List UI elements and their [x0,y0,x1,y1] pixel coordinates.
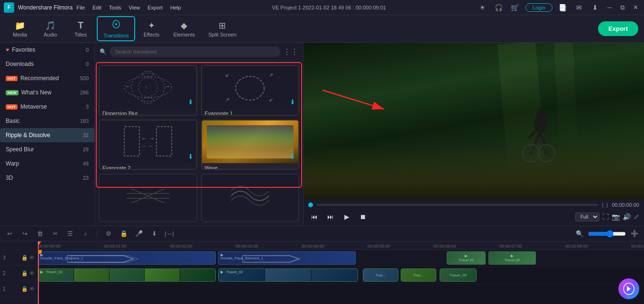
close-button[interactable]: ✕ [631,4,640,11]
titlebar: F Wondershare Filmora File Edit Tools Vi… [0,0,644,15]
transition-evaporate-1[interactable]: ↙ ↗ ↗ ↙ ⬇ Evaporate 1 [201,65,300,116]
track-2-lock[interactable]: 🔒 [21,270,28,276]
mic-icon[interactable]: 🎤 [133,228,145,240]
evaporate-1-download-icon[interactable]: ⬇ [290,98,295,106]
transition-item5[interactable] [99,174,197,222]
fullscreen-icon[interactable]: ⤢ [634,213,639,221]
audio-track-button[interactable]: ♪ [80,228,91,240]
progress-track[interactable] [317,204,598,206]
split-button[interactable]: ☰ [64,228,76,240]
quality-select[interactable]: Full 1/2 1/4 [575,212,599,221]
lock-icon[interactable]: 🔒 [118,228,129,240]
login-button[interactable]: Login [525,3,552,12]
transition-item6[interactable] [201,174,300,222]
track-3-lock[interactable]: 🔒 [21,255,28,261]
menu-file[interactable]: File [76,5,85,10]
clip-doodle-2[interactable]: ▶ Doodle_Pack_Element_1 [218,251,356,265]
left-item-ripple-dissolve[interactable]: Ripple & Dissolve 32 [0,128,94,142]
menu-help[interactable]: Help [170,5,181,10]
clip-travel-02-right[interactable]: ▶ Travel 02 [447,251,486,265]
clip-doodle-1[interactable]: ▶ Doodle_Pack_Element_1 [38,251,216,265]
left-item-recommended[interactable]: HOT Recommended 500 [0,71,94,85]
whats-new-label: What's New [21,89,52,96]
toolbar-effects[interactable]: ✦ Effects [137,18,166,39]
bookmark-icon[interactable]: 📑 [557,2,569,13]
left-item-downloads[interactable]: Downloads 0 [0,57,94,71]
clip-travel-05-mid[interactable]: Trav... [401,268,436,282]
settings-icon[interactable]: ⚙ [103,228,114,240]
maximize-button[interactable]: ⧉ [618,4,626,11]
dispersion-blur-thumb: ← → ↑ ⬇ [100,66,196,109]
transition-dispersion-blur[interactable]: ← → ↑ ⬇ Dispersion Blur [99,65,197,116]
headphones-icon[interactable]: 🎧 [493,2,505,13]
toolbar-transitions[interactable]: Transitions [97,16,135,41]
playhead[interactable] [38,241,39,249]
left-item-warp[interactable]: Warp 49 [0,157,94,171]
evaporate-2-download-icon[interactable]: ⬇ [188,153,193,160]
track-1-visible[interactable]: 👁 [29,286,35,292]
redo-button[interactable]: ↪ [19,228,30,240]
tl-separator-1 [97,230,97,238]
zoom-out-button[interactable]: 🔍 [574,228,585,240]
toolbar-elements[interactable]: ◆ Elements [167,18,201,39]
sun-icon[interactable]: ☀ [477,2,488,13]
fit-icon[interactable]: ⛶ [602,213,609,221]
ruler-mark-5: 00:00:05:00 [368,244,390,249]
toolbar-splitscreen[interactable]: ⊞ Split Screen [202,18,242,39]
left-item-3d[interactable]: 3D 23 [0,171,94,185]
minimize-button[interactable]: ─ [606,4,614,11]
cut-button[interactable]: ✂ [49,228,61,240]
stop-button[interactable]: ⏹ [357,211,369,223]
track-3-icons: 🔒 👁 [21,255,35,261]
basic-label: Basic [6,118,19,124]
downloads-count: 0 [86,61,89,67]
menu-view[interactable]: View [129,5,140,10]
left-item-metaverse[interactable]: HOT Metaverse 3 [0,100,94,114]
track-1-lock[interactable]: 🔒 [21,286,28,292]
mail-icon[interactable]: ✉ [573,2,585,13]
clip-travel-main-2[interactable]: ▶ Travel_02 [218,268,358,282]
item6-thumb [202,175,299,217]
play-button[interactable]: ▶ [340,211,353,223]
left-panel: ♥ Favorites 0 Downloads 0 HOT Recommende… [0,43,95,226]
menu-edit[interactable]: Edit [92,5,101,10]
cart-icon[interactable]: 🛒 [509,2,521,13]
menu-tools[interactable]: Tools [109,5,121,10]
dispersion-blur-name: Dispersion Blur [100,109,196,116]
left-item-whats-new[interactable]: NEW What's New 286 [0,85,94,100]
track-2-visible[interactable]: 👁 [29,270,35,276]
export-button[interactable]: Export [598,21,638,36]
wave-download-icon[interactable]: ⬇ [290,153,295,160]
clip-travel-05-end[interactable]: Travel_05 [440,268,477,282]
left-item-basic[interactable]: Basic 183 [0,114,94,128]
grid-view-icon[interactable]: ⋮⋮ [283,47,298,56]
toolbar-media[interactable]: 📁 Media [6,18,34,39]
dispersion-blur-download-icon[interactable]: ⬇ [188,98,193,106]
delete-button[interactable]: 🗑 [34,228,46,240]
toolbar-titles[interactable]: T Titles [66,18,95,39]
menu-export[interactable]: Export [147,5,163,10]
snap-icon[interactable]: |↔| [164,228,175,240]
search-input[interactable] [110,46,280,57]
timeline-extra-btn[interactable]: ⬇ [148,228,160,240]
track-row-2: ▶ Travel_02 ▶ Trav [38,267,644,284]
transition-evaporate-2[interactable]: ← → → ← ⬇ Evaporate 2 [99,120,197,170]
clip-travel-main-1[interactable]: ▶ Travel_02 [38,268,216,282]
volume-icon[interactable]: 🔊 [623,213,631,221]
rewind-button[interactable]: ⏮ [308,211,321,223]
clip-travel-05-right[interactable]: ▶ Travel 05 [488,251,536,265]
transition-wave[interactable]: ⬇ Wave [201,120,300,170]
left-item-speed-blur[interactable]: Speed Blur 29 [0,142,94,157]
zoom-slider[interactable] [588,230,626,238]
track-2-number: 2 [3,271,6,276]
titlebar-menu: File Edit Tools View Export Help [76,5,181,10]
track-3-visible[interactable]: 👁 [29,255,35,261]
download-icon[interactable]: ⬇ [589,2,601,13]
zoom-in-button[interactable]: ➕ [629,228,640,240]
left-item-favorites[interactable]: ♥ Favorites 0 [0,43,94,57]
snapshot-icon[interactable]: 📷 [612,213,620,221]
step-back-button[interactable]: ⏭ [324,211,337,223]
undo-button[interactable]: ↩ [4,228,15,240]
clip-travel-01[interactable]: Trav... [363,268,398,282]
toolbar-audio[interactable]: 🎵 Audio [36,18,64,39]
